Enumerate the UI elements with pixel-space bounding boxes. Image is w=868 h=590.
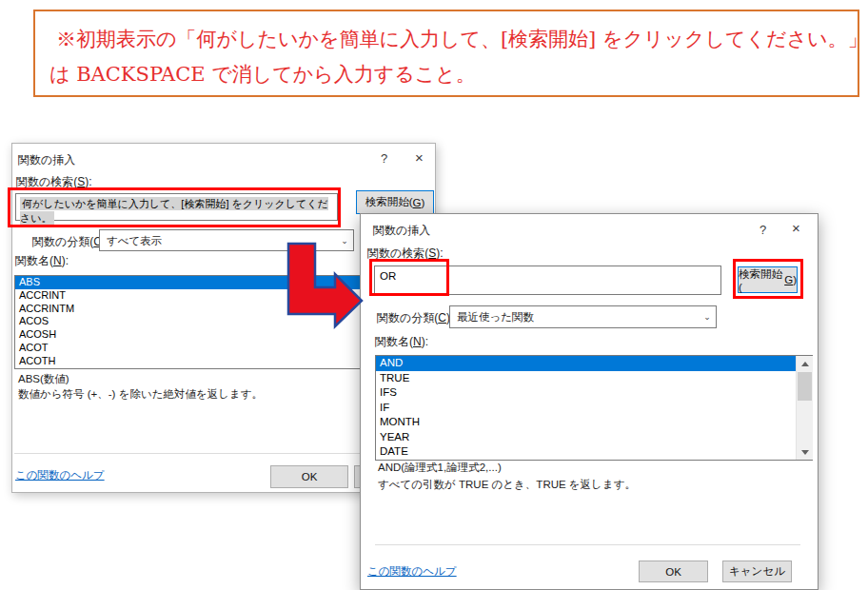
instruction-banner: ※初期表示の「何がしたいかを簡単に入力して、[検索開始] をクリックしてください… [33, 10, 859, 97]
function-list-item[interactable]: IFS [376, 385, 796, 401]
category-dropdown-value: すべて表示 [107, 234, 162, 248]
function-help-link[interactable]: この関数のヘルプ [15, 468, 105, 482]
function-signature: AND(論理式1,論理式2,...) [378, 461, 502, 475]
dialog-titlebar[interactable]: 関数の挿入 ? × [361, 214, 818, 241]
separator [375, 544, 800, 545]
scrollbar-thumb[interactable] [798, 372, 812, 401]
annotation-box-search-value [369, 259, 449, 296]
dialog-titlebar[interactable]: 関数の挿入 ? × [12, 144, 435, 170]
help-icon[interactable]: ? [381, 152, 387, 165]
ok-button[interactable]: OK [270, 465, 348, 488]
arrow-annotation-icon [281, 238, 368, 333]
annotation-box-search-button [733, 259, 803, 299]
listbox-scrollbar[interactable] [796, 356, 813, 460]
insert-function-dialog-search: 関数の挿入 ? × 関数の検索(S): OR 検索開始(G) 関数の分類(C):… [360, 213, 819, 590]
function-help-link[interactable]: この関数のヘルプ [367, 564, 457, 579]
function-list-item[interactable]: DATE [376, 444, 796, 460]
chevron-down-icon[interactable]: ⌄ [699, 306, 716, 327]
scroll-up-icon[interactable] [797, 356, 813, 371]
category-label: 関数の分類(C): [377, 310, 453, 326]
dialog-title: 関数の挿入 [18, 152, 75, 168]
function-list-item[interactable]: IF [376, 401, 796, 416]
close-icon[interactable]: × [792, 222, 800, 234]
function-listbox[interactable]: ANDTRUEIFSIFMONTHYEARDATE [375, 355, 813, 461]
category-dropdown-value: 最近使った関数 [457, 310, 534, 324]
function-signature: ABS(数値) [18, 372, 69, 386]
dialog-title: 関数の挿入 [373, 223, 430, 239]
function-list-item[interactable]: MONTH [376, 415, 796, 430]
function-description: 数値から符号 (+、-) を除いた絶対値を返します。 [18, 387, 263, 402]
search-start-button[interactable]: 検索開始(G) [356, 190, 434, 214]
scroll-down-icon[interactable] [797, 444, 813, 460]
banner-text-line2: は BACKSPACE で消してから入力すること。 [49, 61, 476, 88]
category-label: 関数の分類(C): [32, 234, 108, 250]
function-name-label: 関数名(N): [15, 253, 69, 269]
function-list-item[interactable]: YEAR [376, 430, 796, 445]
cancel-button[interactable]: キャンセル [722, 560, 792, 582]
annotation-box-initial-search-text [8, 187, 341, 227]
close-icon[interactable]: × [415, 151, 424, 164]
function-name-label: 関数名(N): [375, 334, 428, 350]
function-description: すべての引数が TRUE のとき、TRUE を返します。 [378, 478, 636, 492]
ok-button[interactable]: OK [639, 560, 708, 582]
function-list-item[interactable]: AND [376, 356, 796, 371]
banner-text-line1: ※初期表示の「何がしたいかを簡単に入力して、[検索開始] をクリックしてください… [56, 26, 867, 52]
category-dropdown[interactable]: 最近使った関数 ⌄ [449, 305, 717, 328]
function-list-item[interactable]: TRUE [376, 371, 796, 386]
help-icon[interactable]: ? [760, 224, 766, 236]
